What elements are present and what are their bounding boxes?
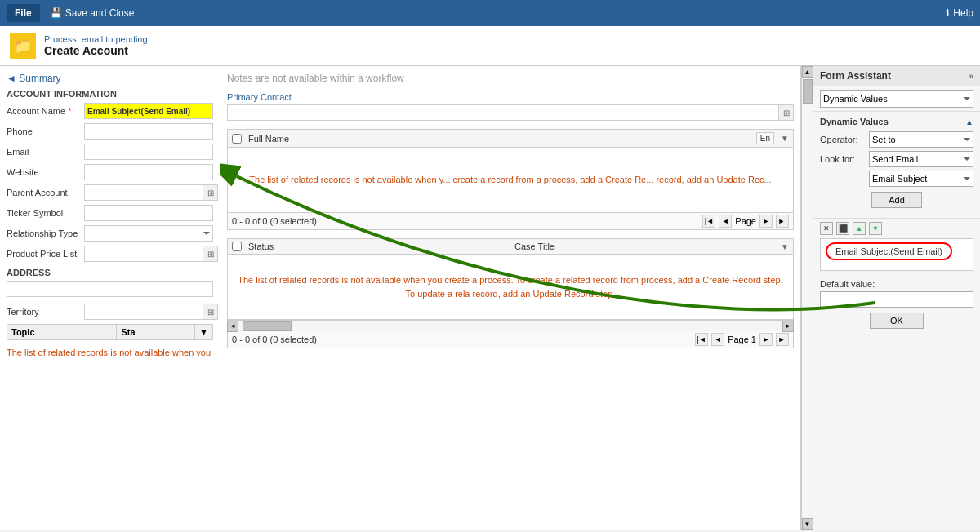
primary-contact-field: ⊞	[227, 104, 794, 121]
operator-row: Operator: Set to	[820, 131, 973, 148]
dv-item-box: Email Subject(Send Email)	[820, 238, 973, 271]
dv-up-btn[interactable]: ▲	[853, 222, 866, 235]
left-panel: ◄ Summary ACCOUNT INFORMATION Account Na…	[0, 66, 220, 530]
product-price-list-row: Product Price List ⊞	[7, 245, 213, 263]
field-select[interactable]: Email Subject	[869, 171, 973, 187]
dv-delete-btn[interactable]: ✕	[820, 222, 833, 235]
h-scroll-track	[238, 321, 782, 331]
parent-account-input[interactable]	[84, 184, 203, 201]
process-label: Process: email to pending	[44, 34, 148, 44]
scroll-down-btn[interactable]: ▼	[802, 518, 813, 530]
fullname-filter-icon[interactable]: ▼	[781, 134, 789, 143]
phone-row: Phone	[7, 122, 213, 140]
case-page-label: Page 1	[728, 335, 756, 344]
territory-label: Territory	[7, 307, 84, 317]
field-row: Email Subject	[820, 171, 973, 187]
parent-account-lookup-icon[interactable]: ⊞	[203, 184, 218, 201]
file-button[interactable]: File	[7, 4, 40, 22]
phone-label: Phone	[7, 126, 84, 136]
relationship-type-row: Relationship Type	[7, 224, 213, 242]
dynamic-values-toggle[interactable]: ▲	[965, 117, 973, 126]
territory-lookup-icon[interactable]: ⊞	[203, 304, 218, 320]
help-button[interactable]: ℹ Help	[946, 7, 973, 19]
case-last-btn[interactable]: ►|	[776, 333, 789, 346]
h-scroll-right-btn[interactable]: ►	[782, 321, 794, 332]
header-text: Process: email to pending Create Account	[44, 34, 148, 57]
h-scroll-thumb[interactable]	[243, 321, 292, 331]
filter-icon-th[interactable]: ▼	[195, 325, 213, 340]
dv-down-btn[interactable]: ▼	[869, 222, 882, 235]
case-next-btn[interactable]: ►	[760, 333, 773, 346]
phone-input[interactable]	[84, 123, 213, 140]
territory-input[interactable]	[84, 304, 203, 320]
save-icon: 💾	[50, 7, 62, 19]
website-label: Website	[7, 167, 84, 177]
relationship-type-label: Relationship Type	[7, 228, 84, 238]
primary-contact-label: Primary Contact	[227, 92, 794, 102]
website-input[interactable]	[84, 164, 213, 180]
fullname-pagination-controls: |◄ ◄ Page ► ►|	[702, 215, 789, 228]
main-container: ◄ Summary ACCOUNT INFORMATION Account Na…	[0, 66, 980, 530]
save-close-button[interactable]: 💾 Save and Close	[50, 7, 135, 19]
add-button[interactable]: Add	[871, 192, 922, 208]
parent-account-field: ⊞	[84, 184, 218, 201]
fullname-select-all[interactable]	[232, 134, 242, 144]
relationship-type-select[interactable]	[84, 225, 213, 242]
primary-contact-input[interactable]	[227, 104, 779, 121]
address-title: ADDRESS	[7, 268, 213, 277]
product-price-list-input[interactable]	[84, 246, 203, 262]
primary-contact-lookup-icon[interactable]: ⊞	[779, 104, 794, 121]
operator-label: Operator:	[820, 135, 869, 144]
fullname-last-btn[interactable]: ►|	[776, 215, 789, 228]
fullname-first-btn[interactable]: |◄	[702, 215, 715, 228]
topic-col-header: Topic	[7, 325, 117, 340]
case-table-container: Status Case Title ▼ The list of related …	[227, 238, 794, 348]
fullname-col-header: Full Name	[248, 134, 750, 144]
expand-icon[interactable]: »	[969, 72, 973, 81]
look-for-label: Look for:	[820, 154, 869, 164]
account-info-title: ACCOUNT INFORMATION	[7, 89, 213, 99]
header-icon: 📁	[10, 33, 36, 59]
default-value-input[interactable]	[820, 291, 973, 308]
product-price-list-lookup-icon[interactable]: ⊞	[203, 246, 218, 262]
case-h-scrollbar[interactable]: ◄ ►	[227, 320, 794, 331]
summary-header[interactable]: ◄ Summary	[7, 73, 213, 84]
fullname-next-btn[interactable]: ►	[760, 215, 773, 228]
scroll-up-btn[interactable]: ▲	[802, 66, 813, 78]
address-input[interactable]	[7, 281, 213, 297]
top-dropdown-select[interactable]: Dynamic Values	[820, 90, 973, 108]
look-for-select[interactable]: Send Email	[869, 151, 973, 167]
account-name-input[interactable]	[84, 103, 213, 119]
account-name-row: Account Name	[7, 102, 213, 120]
default-value-section: Default value: OK	[813, 274, 980, 334]
case-table-info: The list of related records is not avail…	[227, 255, 794, 320]
h-scroll-left-btn[interactable]: ◄	[227, 321, 238, 332]
scroll-thumb[interactable]	[803, 79, 813, 104]
case-title-col-header: Case Title	[514, 242, 774, 251]
topic-table: Topic Sta ▼	[7, 324, 213, 340]
ticker-input[interactable]	[84, 205, 213, 221]
vertical-scrollbar[interactable]: ▲ ▼	[801, 66, 813, 530]
look-for-row: Look for: Send Email	[820, 151, 973, 167]
case-table-header: Status Case Title ▼	[227, 238, 794, 255]
dynamic-values-title: Dynamic Values ▲	[820, 117, 973, 126]
fullname-prev-btn[interactable]: ◄	[719, 215, 732, 228]
fullname-table-info: The list of related records is not avail…	[227, 148, 794, 213]
operator-select[interactable]: Set to	[869, 131, 973, 148]
account-name-label: Account Name	[7, 106, 84, 116]
fullname-table-container: Full Name En ▼ The list of related recor…	[227, 129, 794, 230]
case-prev-btn[interactable]: ◄	[711, 333, 724, 346]
related-text-left: The list of related records is not avail…	[7, 347, 213, 359]
help-icon: ℹ	[946, 7, 950, 19]
case-filter-icon[interactable]: ▼	[781, 242, 789, 251]
fullname-pagination: 0 - 0 of 0 (0 selected)	[232, 216, 317, 226]
case-select-all[interactable]	[232, 242, 242, 251]
dv-item-toolbar: ✕ ⬛ ▲ ▼	[820, 222, 973, 235]
parent-account-row: Parent Account ⊞	[7, 184, 213, 202]
case-first-btn[interactable]: |◄	[695, 333, 708, 346]
email-input[interactable]	[84, 144, 213, 160]
right-panel-header: Form Assistant »	[813, 66, 980, 86]
dv-move-btn[interactable]: ⬛	[836, 222, 849, 235]
ok-button[interactable]: OK	[870, 313, 924, 329]
email-label: Email	[7, 147, 84, 157]
